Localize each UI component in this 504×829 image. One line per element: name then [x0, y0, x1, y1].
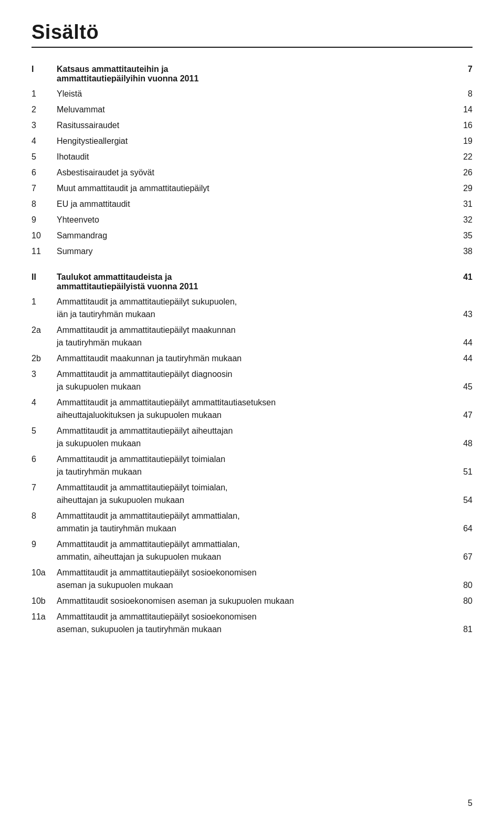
toc-entry-page: 81: [446, 623, 472, 636]
toc-entry-num: 2a: [32, 324, 57, 337]
toc-entry-label: EU ja ammattitaudit: [57, 198, 446, 211]
toc-entry-num: 6: [32, 166, 57, 179]
toc-entry-page: 54: [446, 494, 472, 507]
toc-entry-num: 1: [32, 88, 57, 100]
toc-entry: 5 Ihotaudit 22: [32, 151, 472, 163]
toc-entry-num: 5: [32, 151, 57, 163]
toc-entry: 9 Yhteenveto 32: [32, 214, 472, 226]
toc-entry: 4 Ammattitaudit ja ammattitautiepäilyt a…: [32, 396, 472, 422]
toc-entry-page: 80: [446, 579, 472, 592]
toc-entry-num: 10a: [32, 566, 57, 579]
toc-entry-label: Ammattitaudit ja ammattitautiepäilyt dia…: [57, 368, 446, 393]
toc-entry-num: 2b: [32, 352, 57, 365]
toc-entry-page: 29: [446, 182, 472, 195]
title-divider: [32, 47, 472, 48]
toc-entry: 6 Asbestisairaudet ja syövät 26: [32, 166, 472, 179]
toc-entry: 5 Ammattitaudit ja ammattitautiepäilyt a…: [32, 425, 472, 450]
footer-page-number: 5: [468, 799, 472, 808]
toc-entry-page: 35: [446, 229, 472, 242]
section-i-heading-text: Katsaus ammattitauteihin ja ammattitauti…: [57, 65, 446, 83]
toc-entry: 8 EU ja ammattitaudit 31: [32, 198, 472, 211]
toc-part-2: 1 Ammattitaudit ja ammattitautiepäilyt s…: [32, 296, 472, 636]
toc-entry-page: 48: [446, 437, 472, 450]
section-ii-heading: II Taulukot ammattitaudeista ja ammattit…: [32, 272, 472, 291]
toc-entry-label: Meluvammat: [57, 103, 446, 116]
toc-entry-num: 10: [32, 229, 57, 242]
toc-entry-page: 22: [446, 151, 472, 163]
toc-entry-label: Ammattitaudit ja ammattitautiepäilyt amm…: [57, 538, 446, 563]
toc-entry-page: 32: [446, 214, 472, 226]
toc-entry: 7 Ammattitaudit ja ammattitautiepäilyt t…: [32, 481, 472, 507]
toc-entry-num: 11a: [32, 611, 57, 623]
toc-entry: 6 Ammattitaudit ja ammattitautiepäilyt t…: [32, 453, 472, 478]
toc-entry-label: Yleistä: [57, 88, 446, 100]
toc-entry-num: 4: [32, 396, 57, 409]
toc-entry-page: 44: [446, 352, 472, 365]
toc-entry: 10b Ammattitaudit sosioekonomisen aseman…: [32, 595, 472, 607]
toc-entry: 4 Hengitystieallergiat 19: [32, 135, 472, 148]
toc-entry: 2b Ammattitaudit maakunnan ja tautiryhmä…: [32, 352, 472, 365]
toc-entry-num: 7: [32, 182, 57, 195]
toc-entry: 10a Ammattitaudit ja ammattitautiepäilyt…: [32, 566, 472, 592]
toc-entry-num: 8: [32, 198, 57, 211]
toc-entry-label: Ammattitaudit maakunnan ja tautiryhmän m…: [57, 352, 446, 365]
toc-entry: 11a Ammattitaudit ja ammattitautiepäilyt…: [32, 611, 472, 636]
toc-entry-num: 3: [32, 368, 57, 381]
toc-entry: 9 Ammattitaudit ja ammattitautiepäilyt a…: [32, 538, 472, 563]
toc-entry-page: 47: [446, 409, 472, 422]
toc-entry: 10 Sammandrag 35: [32, 229, 472, 242]
section-i-heading: I Katsaus ammattitauteihin ja ammattitau…: [32, 65, 472, 83]
section-ii-page: 41: [446, 272, 472, 282]
toc-entry-label: Ammattitaudit ja ammattitautiepäilyt sos…: [57, 611, 446, 636]
toc-entry-label: Hengitystieallergiat: [57, 135, 446, 148]
section-i-page: 7: [446, 65, 472, 74]
toc-entry-page: 67: [446, 551, 472, 563]
toc-entry-num: 8: [32, 510, 57, 522]
toc-entry: 2a Ammattitaudit ja ammattitautiepäilyt …: [32, 324, 472, 349]
toc-entry-label: Sammandrag: [57, 229, 446, 242]
toc-entry-page: 44: [446, 337, 472, 349]
toc-entry-num: 7: [32, 481, 57, 494]
toc-entry-label: Ammattitaudit ja ammattitautiepäilyt maa…: [57, 324, 446, 349]
toc-entry-num: 6: [32, 453, 57, 466]
toc-entry-num: 9: [32, 538, 57, 551]
toc-entry-label: Ammattitaudit ja ammattitautiepäilyt aih…: [57, 425, 446, 450]
toc-entry-page: 16: [446, 119, 472, 132]
toc-entry-label: Ammattitaudit ja ammattitautiepäilyt amm…: [57, 396, 446, 422]
toc-entry-page: 31: [446, 198, 472, 211]
section-ii-roman: II: [32, 272, 57, 282]
toc-part-1: 1 Yleistä 8 2 Meluvammat 14 3 Rasitussai…: [32, 88, 472, 258]
toc-entry: 3 Ammattitaudit ja ammattitautiepäilyt d…: [32, 368, 472, 393]
toc-entry-page: 38: [446, 245, 472, 258]
toc-entry-page: 43: [446, 308, 472, 321]
toc-entry-num: 1: [32, 296, 57, 308]
toc-entry: 7 Muut ammattitaudit ja ammattitautiepäi…: [32, 182, 472, 195]
toc-entry: 2 Meluvammat 14: [32, 103, 472, 116]
toc-entry-label: Yhteenveto: [57, 214, 446, 226]
section-i-roman: I: [32, 65, 57, 74]
toc-entry-num: 3: [32, 119, 57, 132]
toc-entry-label: Asbestisairaudet ja syövät: [57, 166, 446, 179]
toc-entry-num: 11: [32, 245, 57, 258]
toc-entry-label: Ammattitaudit ja ammattitautiepäilyt suk…: [57, 296, 446, 321]
toc-entry-page: 80: [446, 595, 472, 607]
page-title: Sisältö: [32, 21, 472, 44]
toc-entry-num: 9: [32, 214, 57, 226]
toc-entry-num: 2: [32, 103, 57, 116]
toc-entry-page: 51: [446, 466, 472, 478]
toc-entry-page: 19: [446, 135, 472, 148]
toc-entry: 11 Summary 38: [32, 245, 472, 258]
toc-entry-label: Summary: [57, 245, 446, 258]
toc-entry-page: 26: [446, 166, 472, 179]
toc-entry-label: Ammattitaudit sosioekonomisen aseman ja …: [57, 595, 446, 607]
toc-entry-page: 14: [446, 103, 472, 116]
toc-entry-page: 64: [446, 522, 472, 535]
toc-entry-label: Ammattitaudit ja ammattitautiepäilyt toi…: [57, 481, 446, 507]
toc-entry-label: Rasitussairaudet: [57, 119, 446, 132]
toc-entry-label: Muut ammattitaudit ja ammattitautiepäily…: [57, 182, 446, 195]
toc-entry: 1 Ammattitaudit ja ammattitautiepäilyt s…: [32, 296, 472, 321]
toc-entry-page: 8: [446, 88, 472, 100]
section-ii-heading-text: Taulukot ammattitaudeista ja ammattitaut…: [57, 272, 446, 291]
toc-entry-num: 5: [32, 425, 57, 437]
toc-entry-num: 10b: [32, 595, 57, 607]
